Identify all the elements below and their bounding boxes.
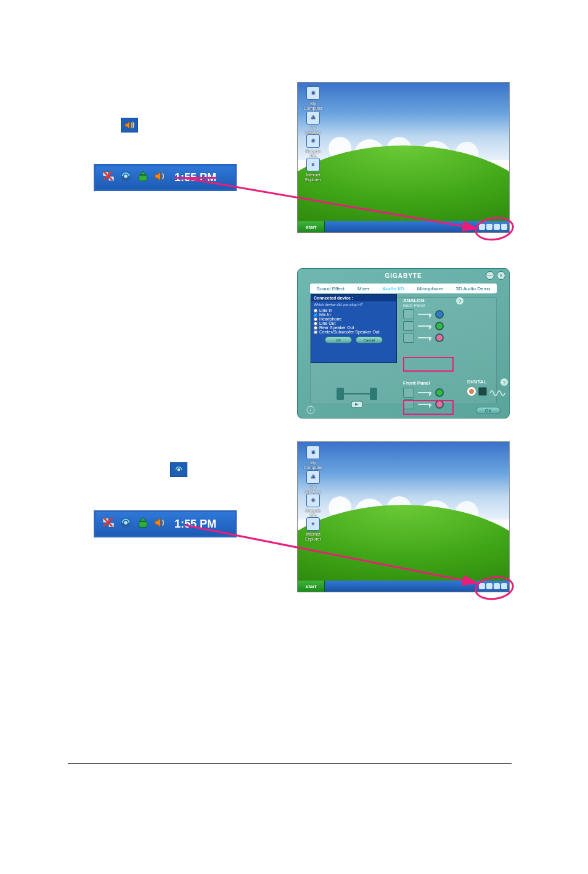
safely-remove-icon[interactable] <box>136 169 150 186</box>
svg-point-21 <box>124 521 128 525</box>
jack-blue[interactable] <box>435 310 444 319</box>
jack-row[interactable] <box>403 321 465 331</box>
option-headphone[interactable]: Headphone <box>314 317 394 321</box>
network-disconnected-icon[interactable] <box>102 516 115 532</box>
svg-text:?: ? <box>502 380 505 386</box>
desktop-icon: ♻Recycle Bin <box>303 494 324 518</box>
network-disconnected-icon[interactable] <box>102 169 115 186</box>
panel-title: GIGABYTE <box>298 272 509 279</box>
svg-line-5 <box>185 178 477 229</box>
tab-audio-io[interactable]: Audio I/O <box>382 286 404 292</box>
svg-rect-11 <box>370 388 377 400</box>
highlight-box <box>403 400 454 415</box>
svg-text:?: ? <box>458 298 461 304</box>
svg-text:i: i <box>310 407 311 413</box>
callout-arrow <box>185 176 493 243</box>
safely-remove-icon[interactable] <box>136 516 150 532</box>
close-button[interactable]: × <box>497 271 505 280</box>
help-icon[interactable]: ? <box>500 378 508 388</box>
jack-row[interactable] <box>403 388 465 398</box>
desktop-icon: 🖥My Computer <box>303 86 324 110</box>
dialog-ok-button[interactable]: OK <box>325 337 352 343</box>
svg-line-23 <box>185 525 477 583</box>
analog-label: ANALOG <box>403 298 465 303</box>
panel-ok-button[interactable]: OK <box>476 407 500 414</box>
jack-green[interactable] <box>435 322 444 330</box>
sound-manager-icon[interactable] <box>121 118 138 133</box>
svg-rect-4 <box>139 175 147 181</box>
speaker-illustration <box>329 384 385 411</box>
option-rear-speaker[interactable]: Rear Speaker Out <box>314 325 394 330</box>
ac97-audio-icon[interactable] <box>119 516 133 532</box>
desktop-icon: ♻Recycle Bin <box>303 134 324 158</box>
spdif-optical-icon[interactable] <box>478 387 487 396</box>
callout-arrow <box>185 523 493 594</box>
svg-point-17 <box>178 468 181 472</box>
panel-tabs: Sound Effect Mixer Audio I/O Microphone … <box>310 284 497 293</box>
minimize-button[interactable]: — <box>486 271 494 280</box>
front-panel-label: Front Panel <box>403 380 465 386</box>
tab-3d-audio-demo[interactable]: 3D Audio Demo <box>455 286 490 292</box>
tab-mixer[interactable]: Mixer <box>357 286 370 292</box>
svg-point-3 <box>124 174 128 178</box>
jack-row[interactable] <box>403 309 465 319</box>
digital-section: DIGITAL ? <box>467 379 507 396</box>
svg-rect-22 <box>139 521 147 527</box>
footer-rule <box>68 763 512 764</box>
dialog-question: Which device did you plug in? <box>314 303 394 306</box>
back-panel-label: Back Panel <box>403 303 465 308</box>
jack-row[interactable] <box>403 333 465 343</box>
option-line-out[interactable]: Line Out <box>314 321 394 325</box>
tab-sound-effect[interactable]: Sound Effect <box>316 286 345 292</box>
help-icon[interactable]: ? <box>456 297 464 307</box>
jack-pink[interactable] <box>435 333 444 342</box>
sound-manager-icon[interactable] <box>153 516 167 532</box>
waveform-icon <box>489 387 507 396</box>
spdif-coax-icon[interactable] <box>467 387 476 396</box>
sound-manager-icon[interactable] <box>153 169 167 186</box>
option-center-sub[interactable]: Center/Subwoofer Speaker Out <box>314 330 394 334</box>
jack-front-green[interactable] <box>435 388 444 397</box>
svg-rect-10 <box>337 388 344 400</box>
panel-footnote: i <box>306 406 315 414</box>
ac97-audio-icon[interactable] <box>170 462 187 477</box>
option-line-in[interactable]: Line In <box>314 308 394 312</box>
dialog-cancel-button[interactable]: Cancel <box>356 337 383 343</box>
desktop-icon: 🖥My Computer <box>303 446 324 470</box>
connected-device-dialog: Connected device : Which device did you … <box>311 294 397 363</box>
ac97-audio-icon[interactable] <box>119 169 133 186</box>
audio-control-panel: GIGABYTE — × Sound Effect Mixer Audio I/… <box>297 268 510 419</box>
tab-microphone[interactable]: Microphone <box>417 286 443 292</box>
option-mic-in[interactable]: Mic In <box>314 312 394 317</box>
dialog-title: Connected device : <box>311 295 396 301</box>
highlight-box <box>403 357 454 372</box>
